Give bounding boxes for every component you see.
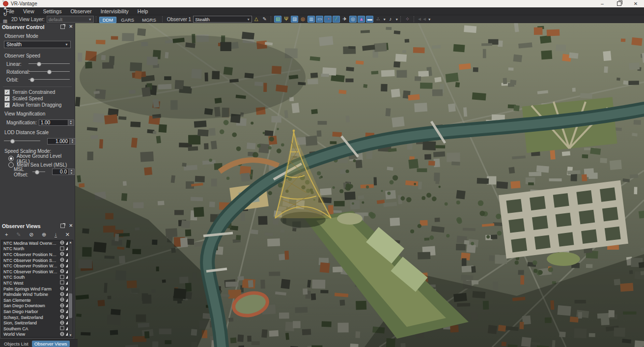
checkbox-icon[interactable] <box>58 275 64 280</box>
radio-icon[interactable] <box>8 162 14 168</box>
frustum-icon[interactable]: △ <box>252 16 260 23</box>
list-item[interactable]: NTC South <box>1 275 73 281</box>
radio-icon[interactable] <box>8 156 14 161</box>
scroll-down-icon[interactable]: ▼ <box>69 333 72 337</box>
list-item[interactable]: NTC West <box>1 280 73 286</box>
menu-view[interactable]: View <box>19 8 38 15</box>
list-item[interactable]: Schwyz, Switzerland <box>1 315 73 320</box>
observer-views-scrollbar[interactable]: ▲ ▼ <box>68 240 73 337</box>
checkbox-allow-terrain-dragging[interactable]: ✓Allow Terrain Dragging <box>0 102 75 108</box>
menu-settings[interactable]: Settings <box>39 8 66 15</box>
menu-intervisibility[interactable]: Intervisibility <box>97 8 133 15</box>
magnification-stepper[interactable]: 1.00 ▲▼ <box>39 119 74 126</box>
dropdown-caret-icon[interactable]: ▼ <box>395 18 398 21</box>
list-item[interactable]: NTC North <box>1 246 73 252</box>
checkbox-icon[interactable]: ✓ <box>4 102 10 108</box>
radio-agl[interactable]: Above Ground Level (AGL) <box>0 155 75 162</box>
rotational-slider[interactable] <box>28 69 70 74</box>
3d-map-viewport[interactable] <box>75 23 644 347</box>
globe-icon[interactable] <box>58 315 64 320</box>
linear-slider[interactable] <box>28 61 70 66</box>
checkbox-icon[interactable]: ✓ <box>4 96 10 101</box>
sensor-cone-icon[interactable]: ▲ <box>358 16 365 23</box>
list-item[interactable]: Palmdale Wind Turbine <box>1 291 73 297</box>
globe-icon[interactable] <box>58 303 64 309</box>
list-item[interactable]: NTC Observer Position South <box>1 258 73 263</box>
restore-button[interactable] <box>611 0 627 7</box>
menu-help[interactable]: Help <box>134 8 152 15</box>
observer-mode-select[interactable]: Stealth▼ <box>4 41 71 48</box>
add-view-button[interactable]: + <box>5 232 8 237</box>
checkbox-icon[interactable] <box>58 326 64 331</box>
recenter-view-button[interactable]: ⊕ <box>42 232 46 237</box>
globe-icon[interactable] <box>58 332 64 337</box>
globe-icon[interactable] <box>58 263 64 269</box>
dropdown-caret-icon[interactable]: ▼ <box>1 0 5 3</box>
list-item[interactable]: San Clemente <box>1 297 73 303</box>
lod-distance-stepper[interactable]: 1.000 ▲▼ <box>47 138 76 145</box>
imagery-layer-icon[interactable]: ▧ <box>274 16 281 23</box>
effects-icon[interactable]: ∴ <box>374 16 382 23</box>
network-icon[interactable]: ⁘ <box>404 16 411 23</box>
checkbox-icon[interactable] <box>58 246 64 252</box>
scroll-up-icon[interactable]: ▲ <box>69 240 72 244</box>
globe-icon[interactable] <box>58 258 64 263</box>
reload-icon[interactable]: ↻ <box>1 11 9 18</box>
open-terrain-icon[interactable]: ▲ <box>1 4 9 11</box>
close-panel-icon[interactable]: ✕ <box>69 25 73 29</box>
hide-view-button[interactable]: ⊘ <box>29 232 33 237</box>
checkbox-terrain-constrained[interactable]: ✓Terrain Constrained <box>0 89 75 95</box>
tab-observer-views[interactable]: Observer Views <box>32 341 70 347</box>
list-item[interactable]: San Diego Harbor <box>1 309 73 315</box>
globe-icon[interactable] <box>58 309 64 314</box>
list-item[interactable]: NTC Observer Position Wes... <box>1 263 73 269</box>
globe-icon[interactable] <box>58 252 64 257</box>
dropdown-caret-icon[interactable]: ▼ <box>428 18 431 21</box>
delete-view-button[interactable]: ✕ <box>65 232 70 237</box>
import-view-button[interactable]: ↓ <box>55 232 57 237</box>
globe-icon[interactable] <box>58 292 64 297</box>
globe-icon[interactable] <box>58 320 64 326</box>
route-icon[interactable]: ⁄ <box>333 16 340 23</box>
slider-thumb[interactable] <box>37 62 41 66</box>
list-item[interactable]: NTC Medina Wasl Overwatch <box>1 240 73 246</box>
brush-icon[interactable]: ✎ <box>261 16 268 23</box>
orbit-slider[interactable] <box>28 77 70 82</box>
radar-icon[interactable]: ◎ <box>299 16 307 23</box>
list-item[interactable]: NTC Observer Position Wes... <box>1 269 73 275</box>
scroll-thumb[interactable] <box>69 293 72 318</box>
globe-icon[interactable] <box>58 269 64 274</box>
coord-format-mgrs[interactable]: MGRS <box>139 17 160 23</box>
float-panel-icon[interactable] <box>60 25 65 29</box>
display-icon[interactable]: ▭ <box>316 16 323 23</box>
lod-distance-slider[interactable] <box>4 139 40 144</box>
audio-icon[interactable]: ♪ <box>387 16 394 23</box>
vehicle-icon[interactable]: ▬ <box>366 16 373 23</box>
list-item[interactable]: Sion, Switzerland <box>1 320 73 326</box>
coord-format-ddm[interactable]: DDM <box>99 17 117 23</box>
video-feed-icon[interactable]: ▦ <box>308 16 315 23</box>
checkbox-icon[interactable] <box>58 280 64 286</box>
observer-mode-dropdown[interactable]: Stealth▼ <box>193 16 252 23</box>
list-item[interactable]: NTC Observer Position North <box>1 252 73 258</box>
dropdown-caret-icon[interactable]: ▼ <box>383 18 386 21</box>
globe-icon[interactable] <box>58 240 64 246</box>
radio-msl[interactable]: Mean Sea Level (MSL) <box>0 162 75 168</box>
coord-format-gars[interactable]: GARS <box>117 17 138 23</box>
list-item[interactable]: Southern CA <box>1 326 73 332</box>
list-item[interactable]: Palm Springs Wind Farm <box>1 286 73 292</box>
msl-offset-slider[interactable] <box>32 170 45 174</box>
msl-offset-stepper[interactable]: 0.0 ▲▼ <box>52 169 75 175</box>
slider-thumb[interactable] <box>47 70 52 74</box>
view-layer-dropdown[interactable]: default▼ <box>47 16 94 23</box>
slider-thumb[interactable] <box>30 78 34 82</box>
signal-lines-icon[interactable]: Ψ <box>282 16 290 23</box>
globe-icon[interactable] <box>58 297 64 303</box>
target-lock-icon[interactable]: ◎ <box>349 16 357 23</box>
list-item[interactable]: World View <box>1 332 73 338</box>
close-button[interactable]: ✕ <box>627 0 644 7</box>
menu-observer[interactable]: Observer <box>66 8 95 15</box>
checkbox-icon[interactable]: ✓ <box>4 89 10 95</box>
tab-objects-list[interactable]: Objects List <box>1 341 31 347</box>
checkbox-scaled-speed[interactable]: ✓Scaled Speed <box>0 95 75 102</box>
